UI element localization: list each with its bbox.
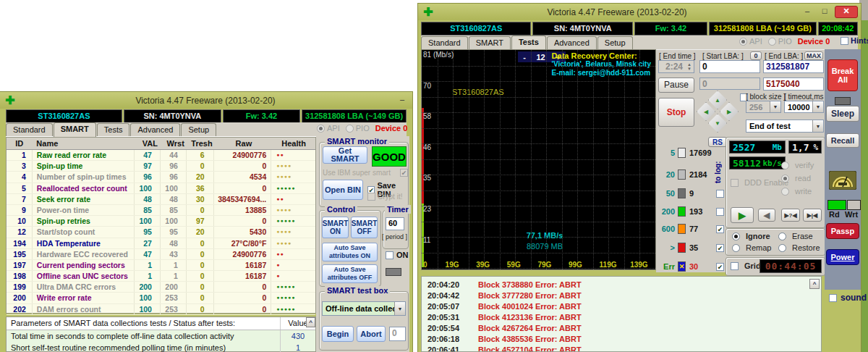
right-titlebar[interactable]: ✚ Victoria 4.47 Freeware (2013-02-20) – … — [418, 4, 861, 20]
tab-setup[interactable]: Setup — [597, 36, 633, 49]
table-row[interactable]: 9Power-on time8585013885●●●● — [7, 205, 315, 216]
tab-setup[interactable]: Setup — [181, 123, 216, 136]
test-count-field[interactable]: 0 — [389, 327, 406, 341]
table-row[interactable]: 1Raw read error rate4744624900776●● — [7, 150, 315, 161]
read-radio[interactable] — [781, 175, 789, 183]
open-bin-button[interactable]: Open BIN — [323, 180, 363, 200]
api-radio[interactable] — [739, 38, 747, 46]
max-lba-button[interactable]: MAX — [804, 51, 823, 60]
smart-on-button[interactable]: SMART ON — [322, 217, 349, 238]
table-row[interactable]: 10Spin-up retries100100970●●●●● — [7, 216, 315, 227]
grid-checkbox[interactable] — [731, 262, 739, 270]
zoom-out-button[interactable]: - — [523, 53, 526, 62]
table-row[interactable]: 5Reallocated sector count100100360●●●●● — [7, 183, 315, 194]
table-row[interactable]: 3Spin-up time979600●●●● — [7, 161, 315, 172]
rs-button[interactable]: RS — [708, 137, 727, 147]
start-lba-zero-button[interactable]: 0 — [750, 51, 762, 60]
table-row[interactable]: 7Seek error rate4848303845347694...●● — [7, 194, 315, 205]
pio-radio[interactable] — [346, 125, 354, 133]
table-row[interactable]: 202DAM errors count10025300●●●●● — [7, 304, 315, 315]
back-button[interactable]: ◀ — [758, 209, 775, 222]
log-scrollbar-up[interactable]: ^ — [809, 279, 820, 289]
col-id[interactable]: ID — [7, 138, 32, 149]
close-button[interactable]: ✕ — [835, 6, 858, 18]
maximize-button[interactable]: □ — [817, 7, 832, 17]
seek-test-button[interactable]: ▶?◀ — [781, 209, 800, 222]
log-entry[interactable]: 20:05:54Block 4267264 Error: ABRT — [422, 323, 821, 334]
log-checkbox[interactable] — [716, 263, 724, 271]
autosave-off-button[interactable]: Auto Save attributes OFF — [322, 264, 378, 283]
table-row[interactable]: 200Write error rate10025300●●●●● — [7, 293, 315, 303]
test-log[interactable]: 20:04:20Block 3738880 Error: ABRT20:04:4… — [421, 276, 822, 352]
end-lba-field[interactable]: 312581807 — [763, 60, 824, 73]
minimize-button[interactable]: – — [800, 7, 814, 17]
col-name[interactable]: Name — [32, 138, 137, 149]
api-radio[interactable] — [317, 125, 325, 133]
log-entry[interactable]: 20:06:41Block 4527104 Error: ABRT — [422, 345, 821, 352]
log-entry[interactable]: 20:04:42Block 3777280 Error: ABRT — [422, 290, 821, 301]
begin-button[interactable]: Begin — [322, 326, 354, 342]
block-size-select[interactable]: 256 ▼ — [746, 101, 781, 113]
sound-checkbox[interactable] — [829, 294, 837, 302]
smart-test-select[interactable]: Off-line data collect ▼ — [322, 301, 406, 316]
start-test-button[interactable]: ▶ — [731, 207, 754, 223]
passp-button[interactable]: Passp — [826, 223, 859, 239]
tab-tests[interactable]: Tests — [97, 123, 130, 136]
write-radio[interactable] — [781, 188, 789, 196]
minimize-button[interactable]: – — [395, 95, 409, 106]
log-checkbox[interactable] — [716, 208, 724, 216]
power-button[interactable]: Power — [826, 249, 859, 265]
log-entry[interactable]: 20:04:20Block 3738880 Error: ABRT — [422, 280, 821, 290]
tab-standard[interactable]: Standard — [421, 36, 468, 49]
use-ibm-checkbox[interactable] — [400, 169, 408, 177]
crypt-it-checkbox[interactable] — [367, 193, 375, 201]
table-row[interactable]: 4Number of spin-up times9696204534●●●● — [7, 172, 315, 183]
restore-radio[interactable] — [778, 244, 786, 252]
hints-checkbox[interactable] — [841, 37, 848, 45]
table-row[interactable]: 195Hardware ECC recovered4743024900776●● — [7, 249, 315, 260]
col-tresh[interactable]: Tresh — [188, 138, 215, 149]
dropdown-arrow-icon[interactable]: ▼ — [812, 120, 823, 132]
table-row[interactable]: 199Ultra DMA CRC errors20020000●●●●● — [7, 282, 315, 293]
table-row[interactable]: 198Offline scan UNC sectors11016187● — [7, 271, 315, 282]
table-row[interactable]: 197Current pending sectors11016187● — [7, 260, 315, 271]
tab-smart[interactable]: SMART — [54, 122, 96, 137]
tab-tests[interactable]: Tests — [511, 35, 546, 50]
tab-advanced[interactable]: Advanced — [547, 36, 597, 49]
table-row[interactable]: 194HDA Temperature2748027°C/80°F●●●● — [7, 238, 315, 249]
log-entry[interactable]: 20:05:31Block 4123136 Error: ABRT — [422, 312, 821, 323]
params-scrollbar-up[interactable]: ^ — [306, 317, 315, 327]
sleep-button[interactable]: Sleep — [826, 106, 859, 122]
log-entry[interactable]: 20:05:07Block 4001024 Error: ABRT — [422, 301, 821, 312]
ddd-enable-checkbox[interactable] — [731, 179, 739, 187]
remap-radio[interactable] — [732, 244, 740, 252]
pio-radio[interactable] — [768, 38, 776, 46]
left-titlebar[interactable]: ✚ Victoria 4.47 Freeware (2013-02-20) – — [0, 92, 412, 109]
col-raw[interactable]: Raw — [216, 138, 273, 149]
timeout-select[interactable]: 10000 ▼ — [784, 101, 824, 113]
params-row[interactable]: Short self-test routine recommended poll… — [7, 342, 315, 352]
smart-off-button[interactable]: SMART OFF — [351, 217, 378, 238]
dropdown-arrow-icon[interactable]: ▼ — [812, 101, 823, 112]
tab-smart[interactable]: SMART — [469, 36, 511, 49]
timer-value-field[interactable]: 60 — [386, 217, 404, 230]
col-health[interactable]: Health — [272, 138, 315, 149]
autosave-on-button[interactable]: Auto Save attributes ON — [322, 243, 378, 261]
get-smart-button[interactable]: Get SMART — [323, 146, 367, 164]
log-checkbox[interactable] — [716, 225, 724, 233]
erase-radio[interactable] — [778, 232, 786, 240]
test-action-select[interactable]: End of test ▼ — [746, 120, 824, 133]
log-checkbox[interactable] — [716, 244, 724, 252]
table-row[interactable]: 12Start/stop count9595205430●●●● — [7, 227, 315, 238]
ignore-radio[interactable] — [732, 232, 740, 240]
recall-button[interactable]: Recall — [826, 133, 859, 148]
monitor-on-checkbox[interactable] — [386, 251, 393, 259]
log-checkbox[interactable] — [716, 190, 724, 198]
butterfly-button[interactable]: ▶|◀ — [803, 209, 822, 222]
break-all-button[interactable]: Break All — [827, 59, 858, 91]
col-wrst[interactable]: Wrst — [163, 138, 188, 149]
dropdown-arrow-icon[interactable]: ▼ — [394, 302, 405, 315]
params-row[interactable]: Total time in seconds to complete off-li… — [7, 330, 315, 343]
verify-radio[interactable] — [781, 162, 789, 169]
log-entry[interactable]: 20:06:18Block 4385536 Error: ABRT — [422, 334, 821, 345]
